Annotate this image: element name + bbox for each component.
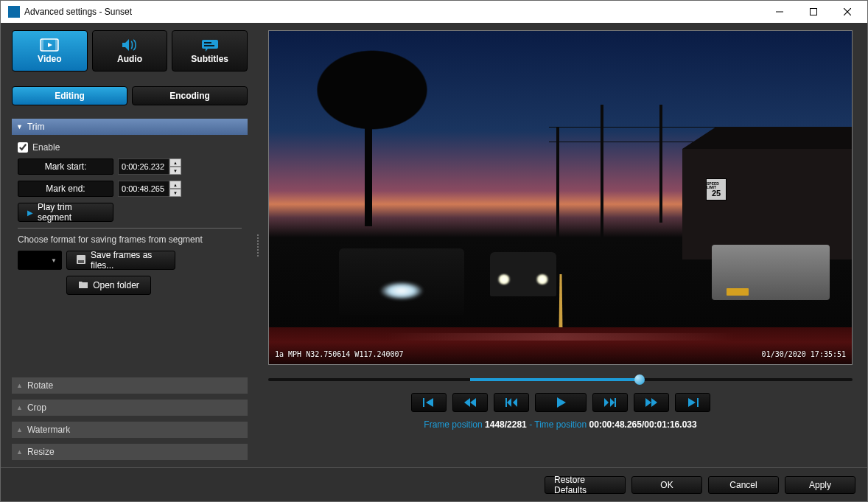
- close-button[interactable]: [830, 1, 864, 23]
- save-frames-label: Save frames as files...: [91, 250, 166, 271]
- mark-start-spinner[interactable]: ▲▼: [169, 158, 181, 175]
- speed-limit-sign: SPEED LIMIT25: [706, 178, 727, 201]
- open-folder-button[interactable]: Open folder: [66, 276, 151, 295]
- titlebar: Advanced settings - Sunset: [1, 1, 867, 23]
- svg-rect-23: [615, 398, 616, 407]
- time-position-label: Time position: [534, 419, 587, 430]
- folder-icon: [78, 280, 88, 291]
- tab-subtitles-label: Subtitles: [191, 54, 228, 64]
- prev-frame-button[interactable]: [494, 393, 529, 412]
- chevron-up-icon: ▲: [16, 404, 23, 411]
- section-trim-body: Enable Mark start: ▲▼ Mark end:: [12, 135, 248, 302]
- svg-marker-20: [557, 397, 566, 408]
- position-info: Frame position 1448/2281 - Time position…: [268, 419, 853, 430]
- frame-position-value: 1448/2281: [485, 419, 527, 430]
- spinner-down-icon[interactable]: ▼: [169, 167, 181, 175]
- rewind-button[interactable]: [452, 393, 488, 412]
- save-icon: [76, 254, 86, 267]
- panel-grip[interactable]: [255, 23, 261, 467]
- svg-rect-13: [423, 398, 424, 407]
- chevron-up-icon: ▲: [16, 426, 23, 433]
- play-button[interactable]: [535, 393, 587, 412]
- timeline-handle[interactable]: [634, 374, 645, 385]
- spinner-up-icon[interactable]: ▲: [169, 158, 181, 167]
- apply-button[interactable]: Apply: [785, 476, 855, 494]
- play-trim-label: Play trim segment: [38, 202, 104, 223]
- timeline[interactable]: [268, 375, 853, 384]
- section-resize-header[interactable]: ▲Resize: [12, 444, 248, 460]
- section-crop-header[interactable]: ▲Crop: [12, 400, 248, 416]
- spinner-up-icon[interactable]: ▲: [169, 181, 181, 189]
- mark-end-input[interactable]: [118, 181, 169, 197]
- section-rotate-header[interactable]: ▲Rotate: [12, 377, 248, 394]
- subtab-editing[interactable]: Editing: [12, 86, 127, 105]
- video-preview[interactable]: SPEED LIMIT25 1a MPH N32.750614 W117.240…: [268, 30, 853, 365]
- client-area: Video Audio Subtitles Editing Encoding: [1, 23, 867, 501]
- goto-end-button[interactable]: [675, 393, 710, 412]
- svg-rect-5: [41, 39, 43, 51]
- mark-end-spinner[interactable]: ▲▼: [169, 181, 181, 197]
- trim-enable-checkbox[interactable]: [18, 142, 28, 153]
- footer: Restore Defaults OK Cancel Apply: [1, 467, 867, 501]
- audio-icon: [120, 38, 139, 52]
- fast-forward-button[interactable]: [634, 393, 669, 412]
- mark-end-button[interactable]: Mark end:: [18, 181, 113, 197]
- mark-start-input[interactable]: [118, 158, 169, 175]
- app-icon: [8, 6, 20, 18]
- mark-start-button[interactable]: Mark start:: [18, 158, 113, 175]
- play-trim-segment-button[interactable]: ▶ Play trim segment: [18, 203, 113, 222]
- tab-audio[interactable]: Audio: [92, 30, 168, 72]
- chevron-down-icon: ▼: [51, 257, 57, 264]
- svg-marker-19: [513, 398, 517, 407]
- goto-start-button[interactable]: [411, 393, 447, 412]
- svg-rect-8: [202, 40, 218, 49]
- svg-rect-6: [55, 39, 58, 51]
- svg-marker-18: [507, 398, 511, 407]
- svg-marker-26: [688, 398, 696, 407]
- tab-video[interactable]: Video: [12, 30, 88, 72]
- preview-overlay-right: 01/30/2020 17:35:51: [762, 350, 846, 358]
- svg-marker-7: [48, 43, 52, 47]
- window-title: Advanced settings - Sunset: [24, 7, 763, 17]
- left-panel: Video Audio Subtitles Editing Encoding: [1, 23, 255, 467]
- preview-panel: SPEED LIMIT25 1a MPH N32.750614 W117.240…: [261, 23, 867, 467]
- play-icon: ▶: [27, 209, 33, 217]
- svg-marker-25: [651, 398, 657, 407]
- video-icon: [40, 38, 59, 52]
- chevron-up-icon: ▲: [16, 382, 23, 389]
- svg-marker-21: [604, 398, 609, 407]
- next-frame-button[interactable]: [592, 393, 628, 412]
- svg-marker-14: [426, 398, 433, 407]
- trim-enable-label: Enable: [32, 142, 60, 153]
- choose-format-label: Choose format for saving frames from seg…: [18, 234, 242, 245]
- ok-button[interactable]: OK: [631, 476, 702, 494]
- chevron-up-icon: ▲: [16, 448, 23, 456]
- section-watermark-header[interactable]: ▲Watermark: [12, 422, 248, 438]
- spinner-down-icon[interactable]: ▼: [169, 189, 181, 197]
- minimize-button[interactable]: [763, 1, 797, 23]
- frame-format-select[interactable]: ▼: [18, 251, 62, 270]
- restore-defaults-button[interactable]: Restore Defaults: [545, 476, 626, 494]
- open-folder-label: Open folder: [93, 280, 139, 290]
- section-resize-label: Resize: [27, 447, 55, 457]
- preview-overlay-left: 1a MPH N32.750614 W117.240007: [275, 350, 404, 358]
- save-frames-button[interactable]: Save frames as files...: [66, 251, 175, 270]
- subtitles-icon: [200, 38, 220, 52]
- svg-rect-9: [204, 42, 211, 43]
- svg-rect-12: [78, 260, 84, 263]
- tab-audio-label: Audio: [117, 54, 142, 64]
- section-trim-header[interactable]: ▼ Trim: [12, 119, 248, 135]
- tab-subtitles[interactable]: Subtitles: [172, 30, 248, 72]
- cancel-button[interactable]: Cancel: [708, 476, 779, 494]
- tab-video-label: Video: [38, 54, 61, 64]
- svg-rect-27: [697, 398, 699, 407]
- svg-marker-22: [610, 398, 615, 407]
- section-rotate-label: Rotate: [27, 380, 53, 391]
- maximize-button[interactable]: [797, 1, 830, 23]
- app-window: Advanced settings - Sunset Video Audio: [0, 0, 868, 502]
- chevron-down-icon: ▼: [16, 123, 23, 130]
- subtab-encoding[interactable]: Encoding: [132, 86, 248, 105]
- section-trim-label: Trim: [27, 122, 45, 132]
- svg-marker-16: [470, 398, 476, 407]
- svg-rect-1: [811, 9, 817, 15]
